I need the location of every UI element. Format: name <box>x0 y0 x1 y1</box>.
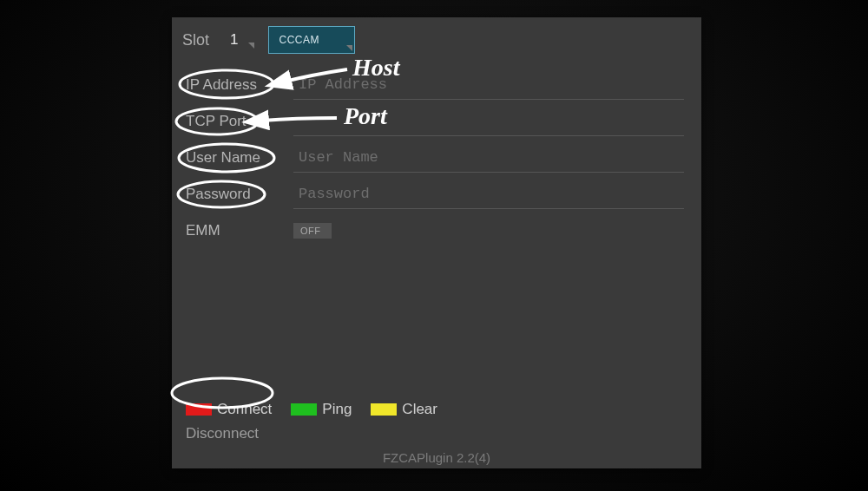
input-port[interactable] <box>293 107 684 136</box>
input-pass[interactable] <box>293 180 684 209</box>
clear-label: Clear <box>402 401 437 418</box>
row-user: User Name <box>182 141 684 175</box>
label-pass: Password <box>182 186 293 203</box>
chevron-down-icon <box>248 43 254 49</box>
protocol-value: CCCAM <box>279 34 320 46</box>
chevron-down-icon <box>346 45 352 51</box>
row-emm: EMM OFF <box>182 213 684 248</box>
ping-label: Ping <box>322 401 352 418</box>
clear-button[interactable]: Clear <box>367 399 441 420</box>
bottom-bar: Connect Ping Clear <box>182 399 691 420</box>
green-swatch-icon <box>291 403 317 416</box>
protocol-selector[interactable]: CCCAM <box>268 26 355 54</box>
label-port: TCP Port <box>182 113 293 130</box>
red-swatch-icon <box>186 403 212 416</box>
toggle-emm-state: OFF <box>300 226 321 236</box>
ping-button[interactable]: Ping <box>287 399 355 420</box>
connect-button[interactable]: Connect <box>182 399 275 420</box>
row-port: TCP Port <box>182 104 684 139</box>
slot-selector[interactable]: 1 <box>221 29 255 50</box>
footer-version: FZCAPlugin 2.2(4) <box>172 450 701 465</box>
form-area: IP Address TCP Port User Name Password E… <box>182 68 684 250</box>
top-row: Slot 1 CCCAM <box>182 26 355 54</box>
label-user: User Name <box>182 149 293 167</box>
connect-label: Connect <box>217 401 272 418</box>
label-emm: EMM <box>182 222 293 239</box>
label-ip: IP Address <box>182 76 293 94</box>
slot-label: Slot <box>182 31 209 49</box>
row-ip: IP Address <box>182 68 684 102</box>
input-user[interactable] <box>293 143 684 173</box>
status-text: Disconnect <box>186 425 259 442</box>
slot-value: 1 <box>230 31 238 48</box>
yellow-swatch-icon <box>371 403 397 416</box>
toggle-emm[interactable]: OFF <box>293 223 332 239</box>
input-ip[interactable] <box>293 70 684 100</box>
row-pass: Password <box>182 177 684 212</box>
config-panel: Slot 1 CCCAM IP Address TCP Port User Na… <box>172 17 701 468</box>
